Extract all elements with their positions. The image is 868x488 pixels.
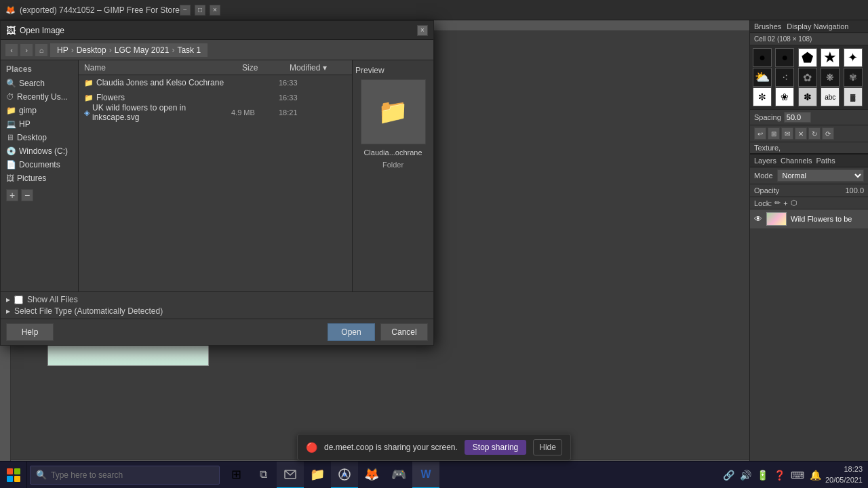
- open-dialog: 🖼 Open Image × ‹ › ⌂ HP › Desktop › LGC …: [0, 20, 434, 346]
- file-item-claudia[interactable]: 📁 Claudia Jones and Kelso Cochrane 16:33: [79, 75, 352, 90]
- place-item-windows[interactable]: 💿 Windows (C:): [1, 144, 78, 158]
- place-item-search[interactable]: 🔍 Search: [1, 77, 78, 90]
- stop-sharing-button[interactable]: Stop sharing: [465, 440, 526, 455]
- svg-file-icon: ◈: [84, 108, 90, 117]
- file-list-area: Name Size Modified ▾ 📁 Claudia Jones and…: [79, 60, 352, 291]
- place-item-hp[interactable]: 💻 HP: [1, 117, 78, 131]
- select-file-type-label: Select File Type (Automatically Detected…: [14, 306, 163, 316]
- dialog-bottom: ▸ Show All Files ▸ Select File Type (Aut…: [1, 291, 433, 345]
- show-all-files-label: Show All Files: [27, 295, 78, 304]
- folder-icon-claudia: 📁: [84, 79, 94, 87]
- file-list-header: Name Size Modified ▾: [79, 60, 352, 75]
- file-type-arrow: ▸: [6, 306, 10, 316]
- breadcrumb-hp[interactable]: HP: [54, 45, 71, 55]
- share-text: de.meet.coop is sharing your screen.: [324, 443, 458, 452]
- folder-icon-flowers: 📁: [84, 94, 94, 102]
- preview-filename: Claudia...ochrane: [363, 148, 422, 157]
- preview-panel: Preview 📁 Claudia...ochrane Folder: [352, 60, 433, 291]
- place-label-documents: Documents: [19, 160, 60, 169]
- file-modified-uk-wild: 18:21: [279, 108, 347, 117]
- dialog-overlay: 🖼 Open Image × ‹ › ⌂ HP › Desktop › LGC …: [0, 0, 868, 488]
- place-label-desktop: Desktop: [17, 133, 47, 142]
- place-label-search: Search: [19, 79, 45, 88]
- search-icon: 🔍: [6, 79, 16, 88]
- file-label-claudia: Claudia Jones and Kelso Cochrane: [96, 78, 224, 87]
- place-item-gimp[interactable]: 📁 gimp: [1, 104, 78, 117]
- dialog-options: ▸ Show All Files ▸ Select File Type (Aut…: [1, 292, 433, 319]
- place-item-pictures[interactable]: 🖼 Pictures: [1, 171, 78, 185]
- places-buttons: + −: [1, 185, 78, 205]
- place-label-hp: HP: [19, 119, 31, 129]
- preview-header: Preview: [355, 66, 384, 75]
- place-label-windows: Windows (C:): [19, 146, 68, 156]
- breadcrumb-task1[interactable]: Task 1: [174, 45, 203, 55]
- windows-icon: 💿: [6, 146, 16, 156]
- desktop-icon: 🖥: [6, 133, 14, 142]
- hp-icon: 💻: [6, 119, 16, 129]
- dialog-body: Places 🔍 Search ⏱ Recently Us... 📁 gimp …: [1, 60, 433, 291]
- file-list: 📁 Claudia Jones and Kelso Cochrane 16:33…: [79, 75, 352, 291]
- add-place-button[interactable]: +: [6, 189, 18, 201]
- preview-folder-icon: 📁: [378, 98, 408, 126]
- place-label-recent: Recently Us...: [17, 92, 68, 102]
- place-label-gimp: gimp: [19, 106, 37, 115]
- col-header-size[interactable]: Size: [237, 60, 284, 75]
- breadcrumb-desktop[interactable]: Desktop: [74, 45, 109, 55]
- file-item-uk-wild[interactable]: ◈ UK wild flowers to open in inkscape.sv…: [79, 105, 352, 120]
- places-panel: Places 🔍 Search ⏱ Recently Us... 📁 gimp …: [1, 60, 79, 291]
- home-button[interactable]: ⌂: [35, 43, 48, 57]
- select-file-type-row: ▸ Select File Type (Automatically Detect…: [6, 306, 428, 316]
- place-item-documents[interactable]: 📄 Documents: [1, 158, 78, 171]
- preview-thumbnail: 📁: [361, 79, 426, 144]
- dialog-icon: 🖼: [6, 25, 16, 36]
- help-button[interactable]: Help: [6, 323, 54, 341]
- hide-button[interactable]: Hide: [533, 439, 562, 455]
- dialog-buttons: Help Open Cancel: [1, 319, 433, 345]
- col-header-name[interactable]: Name: [79, 60, 237, 75]
- open-button[interactable]: Open: [328, 323, 375, 341]
- places-header: Places: [1, 63, 78, 77]
- file-name-uk-wild: ◈ UK wild flowers to open in inkscape.sv…: [84, 103, 231, 122]
- place-item-recent[interactable]: ⏱ Recently Us...: [1, 90, 78, 104]
- dialog-breadcrumb: ‹ › ⌂ HP › Desktop › LGC May 2021 › Task…: [1, 40, 433, 60]
- remove-place-button[interactable]: −: [21, 189, 33, 201]
- dialog-close-button[interactable]: ×: [417, 25, 428, 36]
- cancel-button[interactable]: Cancel: [380, 323, 428, 341]
- file-modified-claudia: 16:33: [279, 79, 347, 87]
- pictures-icon: 🖼: [6, 174, 14, 183]
- gimp-folder-icon: 📁: [6, 106, 16, 115]
- dialog-titlebar: 🖼 Open Image ×: [1, 21, 433, 40]
- dialog-title: Open Image: [20, 26, 417, 35]
- show-all-files-checkbox[interactable]: [14, 296, 23, 304]
- file-size-uk-wild: 4.9 MB: [231, 108, 279, 117]
- col-header-modified[interactable]: Modified ▾: [284, 60, 352, 75]
- file-label-flowers: Flowers: [96, 93, 125, 102]
- show-all-arrow: ▸: [6, 295, 10, 304]
- file-name-flowers: 📁 Flowers: [84, 93, 231, 102]
- file-name-claudia: 📁 Claudia Jones and Kelso Cochrane: [84, 78, 231, 87]
- screen-share-bar: 🔴 de.meet.coop is sharing your screen. S…: [297, 434, 571, 461]
- show-all-files-row: ▸ Show All Files: [6, 295, 428, 304]
- share-icon: 🔴: [306, 442, 317, 453]
- file-modified-flowers: 16:33: [279, 94, 347, 102]
- file-label-uk-wild: UK wild flowers to open in inkscape.svg: [92, 103, 231, 122]
- place-label-pictures: Pictures: [17, 174, 46, 183]
- forward-button[interactable]: ›: [20, 43, 33, 57]
- recent-icon: ⏱: [6, 92, 14, 102]
- preview-type: Folder: [382, 161, 403, 169]
- documents-icon: 📄: [6, 160, 16, 169]
- place-item-desktop[interactable]: 🖥 Desktop: [1, 131, 78, 144]
- breadcrumb-path: HP › Desktop › LGC May 2021 › Task 1: [50, 43, 208, 58]
- back-button[interactable]: ‹: [5, 43, 18, 57]
- breadcrumb-lgc[interactable]: LGC May 2021: [112, 45, 172, 55]
